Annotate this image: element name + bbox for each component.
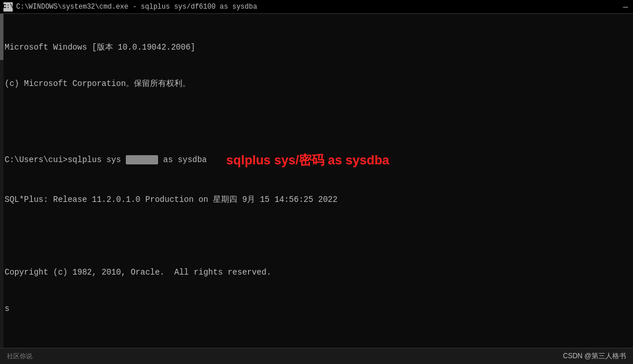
csdn-badge: CSDN @第三人格书 [563,351,626,361]
cmd-icon: C:\ [3,2,13,12]
scrollbar-thumb[interactable] [0,14,3,60]
bottom-left-text: 社区你说 [7,352,32,361]
line-6: s [5,303,628,315]
minimize-button[interactable]: — [621,3,630,11]
blank-line-1 [5,114,628,126]
blank-line-3 [5,339,628,348]
title-bar-controls[interactable]: — [621,3,630,11]
title-bar: C:\ C:\WINDOWS\system32\cmd.exe - sqlplu… [0,0,633,14]
scrollbar[interactable] [0,14,3,348]
line-1: Microsoft Windows [版本 10.0.19042.2006] [5,42,628,54]
line-3-suffix: as sysdba [158,155,207,164]
cmd-window: C:\ C:\WINDOWS\system32\cmd.exe - sqlplu… [0,0,633,364]
blank-line-2 [5,230,628,242]
bottom-bar: 社区你说 CSDN @第三人格书 [0,348,633,364]
line-5: Copyright (c) 1982, 2010, Oracle. All ri… [5,267,628,279]
line-3-blurred: df6100 [126,155,158,164]
title-bar-left: C:\ C:\WINDOWS\system32\cmd.exe - sqlplu… [3,2,257,12]
title-bar-text: C:\WINDOWS\system32\cmd.exe - sqlplus sy… [16,3,257,11]
line-2: (c) Microsoft Corporation。保留所有权利。 [5,78,628,90]
annotation-text: sqlplus sys/密码 as sysdba [226,153,389,167]
line-3-prefix: C:\Users\cui>sqlplus sys [5,155,126,164]
line-4: SQL*Plus: Release 11.2.0.1.0 Production … [5,194,628,206]
line-3: C:\Users\cui>sqlplus sys df6100 as sysdb… [5,151,628,170]
bottom-left: 社区你说 [7,352,32,361]
console-output: Microsoft Windows [版本 10.0.19042.2006] (… [5,17,628,348]
console-body[interactable]: Microsoft Windows [版本 10.0.19042.2006] (… [0,14,633,348]
